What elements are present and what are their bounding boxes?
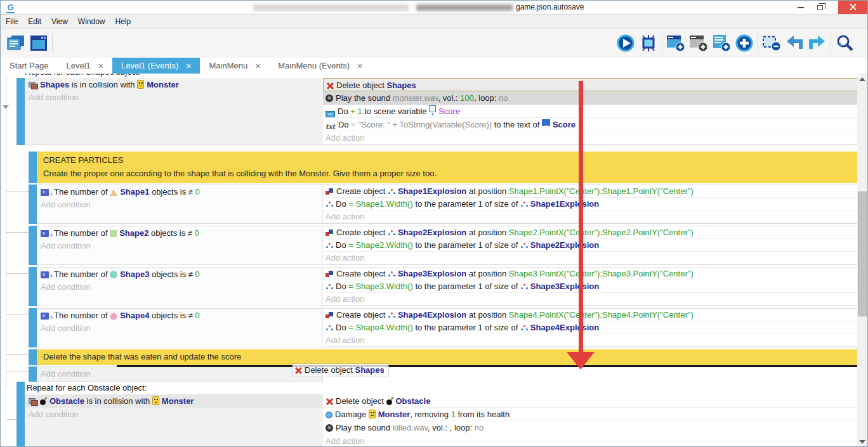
tab-label: Level1 bbox=[66, 61, 90, 70]
close-tab-icon[interactable] bbox=[98, 62, 103, 70]
action-row[interactable]: Do = "Score: " + ToString(Variable(Score… bbox=[323, 118, 858, 131]
event-handle-bar[interactable] bbox=[29, 308, 37, 347]
bomb-icon bbox=[40, 397, 47, 405]
add-condition-link[interactable]: Add condition bbox=[25, 91, 323, 104]
action-row-selected[interactable]: Delete object Shapes bbox=[323, 78, 858, 91]
close-tab-icon[interactable] bbox=[357, 62, 362, 70]
event-handle-bar[interactable] bbox=[16, 382, 25, 447]
menu-edit[interactable]: Edit bbox=[28, 17, 48, 26]
conditions-column: Obstacle is in collision with Monster Ad… bbox=[25, 394, 323, 447]
add-condition-link[interactable]: Add condition bbox=[37, 322, 322, 335]
vertical-scrollbar[interactable] bbox=[857, 74, 867, 447]
condition-row[interactable]: The number of Shape4 objects is ≠ 0 bbox=[37, 309, 322, 322]
tab-label: Start Page bbox=[10, 61, 48, 70]
add-condition-link[interactable]: Add condition bbox=[37, 198, 322, 211]
action-row[interactable]: Play the sound killed.wav, vol.: , loop:… bbox=[323, 421, 858, 434]
add-action-link[interactable]: Add action bbox=[323, 211, 858, 223]
close-tab-icon[interactable] bbox=[255, 62, 260, 70]
menu-view[interactable]: View bbox=[51, 17, 74, 26]
add-subevent-icon[interactable] bbox=[687, 31, 710, 55]
search-icon[interactable] bbox=[833, 31, 856, 55]
add-action-link[interactable]: Add action bbox=[323, 293, 858, 306]
text-segment: Monster bbox=[378, 410, 411, 419]
collapse-triangle-icon[interactable] bbox=[3, 105, 9, 109]
text-segment: Create object bbox=[336, 269, 388, 278]
event-handle-bar[interactable] bbox=[29, 226, 37, 265]
comment-create-particles[interactable]: CREATE PARTICLES Create the proper one a… bbox=[37, 152, 858, 183]
tab-level1-events[interactable]: Level1 (Events) bbox=[112, 58, 201, 74]
event-handle-bar[interactable] bbox=[29, 267, 37, 306]
action-row[interactable]: Do = Shape3.Width() to the parameter 1 o… bbox=[323, 280, 858, 293]
action-row[interactable]: Damage Monster, removing 1 from its heal… bbox=[323, 408, 858, 421]
add-new-element-icon[interactable] bbox=[733, 31, 756, 55]
action-row[interactable]: Do = Shape1.Width() to the parameter 1 o… bbox=[323, 198, 858, 211]
action-row[interactable]: Create object Shape1Explosion at positio… bbox=[323, 185, 858, 198]
text-segment: at position bbox=[466, 228, 509, 237]
text-segment: The number of bbox=[54, 311, 110, 320]
action-row[interactable]: Do + 1 to scene variable Score bbox=[323, 105, 858, 118]
close-button[interactable] bbox=[838, 1, 868, 14]
menu-help[interactable]: Help bbox=[115, 17, 138, 26]
add-action-link[interactable]: Add action bbox=[323, 131, 858, 145]
event-handle-bar[interactable] bbox=[29, 349, 37, 365]
action-row[interactable]: Delete object Obstacle bbox=[323, 394, 858, 408]
debugger-icon[interactable] bbox=[637, 31, 660, 55]
condition-row[interactable]: The number of Shape3 objects is ≠ 0 bbox=[37, 268, 322, 281]
condition-row[interactable]: Obstacle is in collision with Monster bbox=[25, 394, 323, 408]
comment-delete-shape[interactable]: Delete the shape that was eaten and upda… bbox=[37, 349, 858, 365]
add-condition-link[interactable]: Add condition bbox=[25, 408, 323, 421]
tab-mainmenu[interactable]: MainMenu bbox=[200, 58, 269, 74]
text-segment: to the parameter 1 of size of bbox=[413, 282, 520, 291]
condition-row[interactable]: The number of Shape2 objects is ≠ 0 bbox=[37, 227, 322, 240]
actions-column: Create object Shape4Explosion at positio… bbox=[323, 309, 858, 347]
text-segment: Shape3Explosion bbox=[398, 269, 466, 278]
menu-window[interactable]: Window bbox=[78, 17, 112, 26]
event-handle-bar[interactable] bbox=[29, 185, 37, 224]
close-tab-icon[interactable] bbox=[186, 62, 191, 70]
redo-icon[interactable] bbox=[806, 31, 829, 55]
tree-connector-line bbox=[6, 77, 6, 389]
minimize-button[interactable] bbox=[792, 1, 809, 14]
add-event-icon[interactable] bbox=[664, 31, 687, 55]
add-action-link[interactable]: Add action bbox=[323, 252, 858, 264]
action-row[interactable]: Create object Shape2Explosion at positio… bbox=[323, 226, 858, 239]
menu-file[interactable]: File bbox=[6, 17, 24, 26]
add-condition-link[interactable]: Add condition bbox=[37, 368, 322, 380]
dragged-action-ghost[interactable]: Delete object Shapes bbox=[293, 364, 388, 377]
action-row[interactable]: Create object Shape4Explosion at positio… bbox=[323, 309, 858, 321]
condition-row[interactable]: Shapes is in collision with Monster bbox=[25, 79, 323, 91]
undo-icon[interactable] bbox=[783, 31, 806, 55]
action-row[interactable]: Do = Shape2.Width() to the parameter 1 o… bbox=[323, 239, 858, 252]
restore-button[interactable] bbox=[812, 1, 828, 14]
add-action-link[interactable]: Add action bbox=[323, 334, 858, 347]
health-icon bbox=[326, 411, 332, 418]
scroll-down-icon[interactable] bbox=[859, 440, 865, 444]
action-row[interactable]: Do = Shape4.Width() to the parameter 1 o… bbox=[323, 321, 858, 334]
scroll-up-icon[interactable] bbox=[859, 77, 865, 81]
tab-mainmenu-events[interactable]: MainMenu (Events) bbox=[269, 58, 371, 74]
create-icon bbox=[326, 230, 334, 236]
condition-row[interactable]: The number of Shape1 objects is ≠ 0 bbox=[37, 186, 322, 198]
scrollbar-thumb[interactable] bbox=[858, 191, 867, 316]
event-handle-bar[interactable] bbox=[16, 78, 25, 145]
add-condition-link[interactable]: Add condition bbox=[37, 240, 322, 252]
scene-editor-icon[interactable] bbox=[27, 31, 50, 55]
event-handle-bar[interactable] bbox=[29, 152, 37, 183]
numof-icon bbox=[41, 271, 49, 278]
project-manager-icon[interactable] bbox=[4, 31, 27, 55]
text-segment: Shape2Explosion bbox=[530, 240, 599, 250]
unselect-events-icon[interactable] bbox=[760, 31, 783, 55]
action-row[interactable]: Play the sound monster.wav, vol.: 100, l… bbox=[323, 91, 858, 105]
text-segment: no bbox=[475, 423, 483, 432]
add-action-link[interactable]: Add action bbox=[323, 368, 858, 380]
preview-play-icon[interactable] bbox=[614, 31, 637, 55]
repeat-event-header[interactable]: Repeat for each Obstacle object: bbox=[25, 382, 858, 394]
add-comment-icon[interactable] bbox=[710, 31, 733, 55]
delete-icon bbox=[326, 82, 334, 89]
tab-start-page[interactable]: Start Page bbox=[1, 58, 57, 74]
action-row[interactable]: Create object Shape3Explosion at positio… bbox=[323, 268, 858, 280]
event-handle-bar[interactable] bbox=[29, 366, 37, 382]
tab-level1[interactable]: Level1 bbox=[57, 58, 112, 74]
add-action-link[interactable]: Add action bbox=[323, 434, 858, 447]
add-condition-link[interactable]: Add condition bbox=[37, 281, 322, 294]
